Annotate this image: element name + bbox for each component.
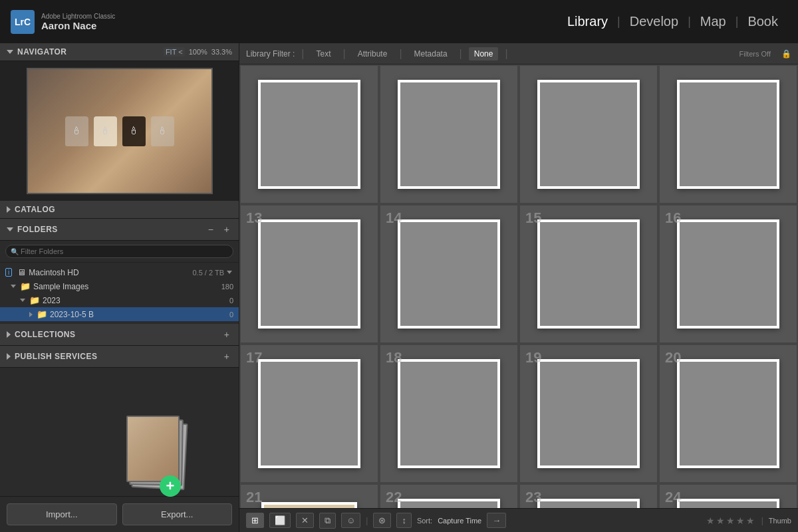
svg-rect-49 (688, 362, 769, 418)
sort-order-btn[interactable]: ↕ (396, 513, 412, 528)
svg-point-30 (316, 380, 327, 391)
photo-img (261, 82, 358, 187)
grid-cell-0-0[interactable] (239, 65, 379, 204)
svg-rect-39 (549, 362, 629, 466)
photo-frame (261, 502, 357, 508)
grid-cell-1-3[interactable]: 16 (658, 204, 798, 344)
module-library[interactable]: Library (558, 11, 617, 32)
svg-point-44 (579, 402, 598, 409)
grid-cell-3-3[interactable]: 24 (658, 483, 798, 508)
module-map[interactable]: Map (691, 11, 735, 32)
candle-scene: 🕯 🕯 🕯 🕯 (28, 69, 211, 193)
hd-size: 0.5 / 2 TB (193, 269, 225, 277)
photo-img (400, 501, 498, 508)
svg-line-33 (313, 386, 321, 398)
compare-view-btn[interactable]: ✕ (296, 513, 314, 528)
loupe-view-btn[interactable]: ⬜ (269, 513, 291, 528)
svg-line-23 (708, 251, 709, 257)
grid-cell-0-3[interactable] (658, 65, 798, 204)
svg-rect-63 (409, 501, 489, 508)
publish-services-header[interactable]: Publish Services + (0, 346, 239, 368)
export-button[interactable]: Export... (122, 503, 233, 525)
svg-point-7 (437, 250, 461, 274)
navigator-image: 🕯 🕯 🕯 🕯 (27, 68, 213, 194)
grid-cell-2-1[interactable]: 18 (379, 344, 519, 483)
grid-cell-3-1[interactable]: 22 (379, 483, 519, 508)
photo-frame (677, 359, 780, 469)
grid-view-btn[interactable]: ⊞ (246, 513, 264, 528)
filter-tab-metadata[interactable]: Metadata (409, 47, 453, 61)
svg-point-29 (301, 374, 317, 390)
grid-cell-0-2[interactable] (519, 65, 658, 204)
grid-cell-3-0[interactable]: 21 (239, 483, 379, 508)
photo-img (540, 222, 638, 327)
filters-off-label: Filters Off (739, 50, 771, 58)
zoom-fit-btn[interactable]: FIT < (164, 47, 185, 57)
zoom-100-btn[interactable]: 100% (189, 48, 207, 56)
folders-minus-btn[interactable]: − (205, 223, 216, 236)
spray-btn[interactable]: ⊛ (373, 513, 391, 528)
filter-tab-none[interactable]: None (469, 47, 499, 61)
left-panel: Navigator FIT < 100% 33.3% 🕯 🕯 🕯 (0, 43, 239, 532)
filter-bar-label: Library Filter : (246, 49, 295, 59)
navigator-header[interactable]: Navigator FIT < 100% 33.3% (0, 43, 239, 61)
people-view-btn[interactable]: ☺ (341, 513, 360, 528)
photo-img (680, 222, 777, 327)
folder-macintosh-hd[interactable]: i 🖥 Macintosh HD 0.5 / 2 TB (0, 265, 239, 279)
photo-grid[interactable]: 13 (239, 65, 798, 508)
svg-line-24 (726, 243, 727, 249)
cell-photo (660, 205, 797, 342)
module-book[interactable]: Book (738, 11, 787, 32)
zoom-33-btn[interactable]: 33.3% (211, 48, 232, 56)
grid-cell-1-0[interactable]: 13 (239, 204, 379, 344)
add-button[interactable]: + (160, 475, 181, 497)
grid-cell-3-2[interactable]: 23 (519, 483, 658, 508)
sort-value[interactable]: Capture Time (438, 517, 481, 525)
svg-point-45 (601, 410, 619, 417)
svg-point-20 (704, 259, 712, 264)
folders-plus-btn[interactable]: + (221, 223, 232, 236)
folders-content: 🔍 i 🖥 Macintosh HD 0.5 / 2 TB (0, 241, 239, 324)
lock-icon: 🔒 (781, 49, 791, 59)
svg-rect-19 (737, 266, 752, 302)
svg-rect-51 (688, 410, 769, 426)
svg-point-28 (291, 379, 303, 392)
cell-photo (520, 485, 657, 508)
catalog-header[interactable]: Catalog (0, 201, 239, 219)
folder-sample-images[interactable]: 📁 Sample Images 180 (0, 279, 239, 293)
svg-point-9 (444, 247, 454, 252)
collections-plus-btn[interactable]: + (221, 328, 232, 341)
grid-cell-2-0[interactable]: 17 (239, 344, 379, 483)
navigator-preview: 🕯 🕯 🕯 🕯 (0, 61, 239, 201)
photo-img (680, 501, 777, 508)
import-button[interactable]: Import... (7, 503, 117, 525)
grid-cell-1-2[interactable]: 15 (519, 204, 658, 344)
grid-cell-1-1[interactable]: 14 (379, 204, 519, 344)
publish-plus-btn[interactable]: + (221, 350, 232, 363)
svg-rect-18 (719, 254, 733, 302)
grid-cell-2-3[interactable]: 20 (658, 344, 798, 483)
folders-header[interactable]: Folders − + (0, 219, 239, 241)
main-layout: Navigator FIT < 100% 33.3% 🕯 🕯 🕯 (0, 43, 798, 532)
photo-img (540, 501, 638, 508)
grid-cell-2-2[interactable]: 19 (519, 344, 658, 483)
cell-photo (241, 345, 378, 482)
svg-rect-26 (293, 402, 325, 450)
star-rating[interactable]: ★★★★★ (706, 515, 756, 526)
folder-2023[interactable]: 📁 2023 0 (0, 293, 239, 307)
filter-tab-attribute[interactable]: Attribute (352, 47, 393, 61)
module-develop[interactable]: Develop (620, 11, 688, 32)
drag-card-mid (129, 418, 184, 485)
sort-dir-btn[interactable]: → (487, 513, 506, 528)
folder-date-selected[interactable]: 📁 2023-10-5 B 0 (0, 307, 239, 321)
search-icon: 🔍 (11, 248, 19, 255)
svg-point-4 (303, 257, 315, 264)
collections-header[interactable]: Collections + (0, 324, 239, 346)
filter-tab-text[interactable]: Text (311, 47, 336, 61)
svg-rect-57 (269, 505, 350, 508)
survey-view-btn[interactable]: ⧉ (319, 513, 336, 529)
cell-photo (520, 66, 657, 203)
photo-frame (258, 219, 361, 329)
grid-cell-0-1[interactable] (379, 65, 519, 204)
filter-folders-input[interactable] (5, 245, 233, 258)
